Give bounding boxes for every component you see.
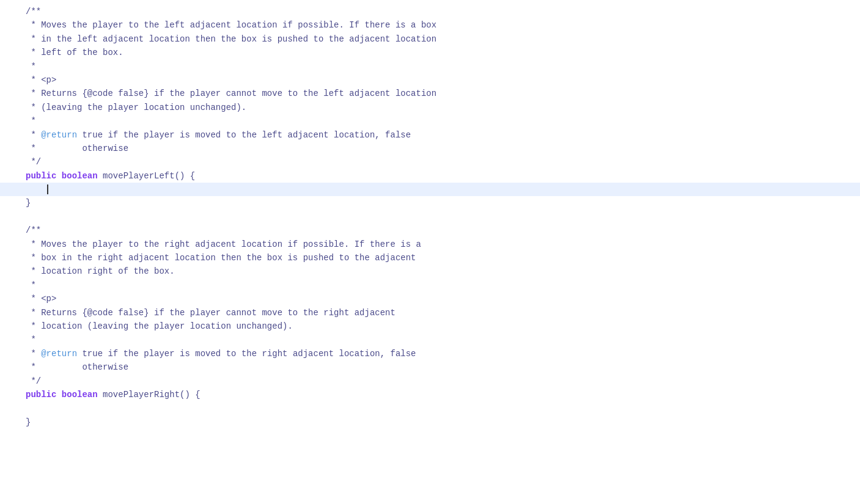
code-line-blank (0, 210, 860, 224)
code-line: * location right of the box. (0, 265, 860, 278)
code-text: * <p> (26, 292, 56, 305)
code-text: /** (26, 224, 41, 237)
code-line: * in the left adjacent location then the… (0, 32, 860, 46)
code-text: * otherwise (26, 360, 128, 374)
code-text: * otherwise (26, 142, 128, 155)
code-line: /** (0, 5, 860, 18)
code-line: * otherwise (0, 142, 860, 155)
code-line: * Moves the player to the left adjacent … (0, 18, 860, 32)
code-line: * Returns {@code false} if the player ca… (0, 306, 860, 320)
code-text: * <p> (26, 73, 56, 87)
code-line: * box in the right adjacent location the… (0, 251, 860, 265)
code-line-blank (0, 401, 860, 415)
code-text: public boolean movePlayerLeft() { (26, 169, 195, 183)
code-text: * location right of the box. (26, 265, 175, 278)
code-text: */ (26, 155, 41, 169)
text-cursor (47, 184, 48, 194)
code-text: public boolean movePlayerRight() { (26, 388, 200, 401)
code-line: * (0, 60, 860, 73)
code-text: * Returns {@code false} if the player ca… (26, 87, 436, 100)
code-text: * (26, 60, 36, 73)
code-text: * @return true if the player is moved to… (26, 128, 411, 142)
code-text (26, 401, 31, 415)
code-line: * <p> (0, 73, 860, 87)
code-line: */ (0, 374, 860, 388)
code-text: * box in the right adjacent location the… (26, 251, 416, 265)
code-line: * otherwise (0, 360, 860, 374)
code-text: * (leaving the player location unchanged… (26, 101, 246, 114)
code-text: /** (26, 5, 41, 18)
code-line: public boolean movePlayerLeft() { (0, 169, 860, 183)
code-line-cursor[interactable] (0, 183, 860, 196)
code-text: * location (leaving the player location … (26, 320, 293, 333)
code-line: * (0, 333, 860, 346)
code-text: * (26, 114, 36, 128)
code-line: * (0, 279, 860, 292)
code-text (26, 210, 31, 224)
code-text: */ (26, 374, 41, 388)
code-line: * @return true if the player is moved to… (0, 347, 860, 360)
code-line: /** (0, 224, 860, 237)
code-editor[interactable]: /** * Moves the player to the left adjac… (0, 0, 860, 504)
code-line: } (0, 415, 860, 429)
code-text: * Returns {@code false} if the player ca… (26, 306, 395, 320)
code-text: * in the left adjacent location then the… (26, 32, 436, 46)
code-line: * location (leaving the player location … (0, 320, 860, 333)
code-text: * @return true if the player is moved to… (26, 347, 416, 360)
code-content: /** * Moves the player to the left adjac… (0, 0, 860, 434)
code-line: * left of the box. (0, 46, 860, 59)
code-line: * Returns {@code false} if the player ca… (0, 87, 860, 100)
code-line: * (0, 114, 860, 128)
code-text: * Moves the player to the left adjacent … (26, 18, 436, 32)
code-text: * (26, 279, 36, 292)
code-text (26, 183, 48, 196)
code-line: } (0, 196, 860, 210)
code-text: } (26, 196, 31, 210)
code-line: * Moves the player to the right adjacent… (0, 238, 860, 251)
code-text: * (26, 333, 36, 346)
code-text: * left of the box. (26, 46, 123, 59)
code-line: * @return true if the player is moved to… (0, 128, 860, 142)
code-line: */ (0, 155, 860, 169)
code-text: } (26, 415, 31, 429)
code-text: * Moves the player to the right adjacent… (26, 238, 421, 251)
code-line: * (leaving the player location unchanged… (0, 101, 860, 114)
code-line: public boolean movePlayerRight() { (0, 388, 860, 401)
code-line: * <p> (0, 292, 860, 305)
